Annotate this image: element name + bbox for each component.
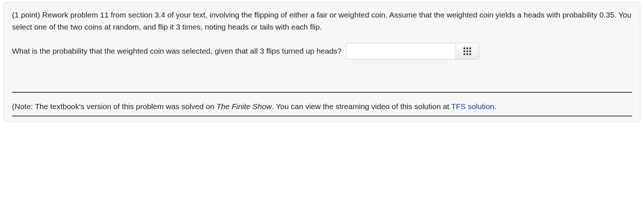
show-title: The Finite Show <box>216 102 272 111</box>
answer-group <box>346 43 479 59</box>
note-block: (Note: The textbook's version of this pr… <box>12 101 632 113</box>
keypad-button[interactable] <box>455 43 479 59</box>
note-suffix: . <box>494 102 496 111</box>
note-prefix: (Note: The textbook's version of this pr… <box>12 102 216 111</box>
tfs-solution-link[interactable]: TFS solution <box>451 102 494 111</box>
divider-bottom <box>12 116 632 116</box>
problem-intro: (1 point) Rework problem 11 from section… <box>12 9 632 33</box>
problem-panel: (1 point) Rework problem 11 from section… <box>4 2 640 122</box>
question-text: What is the probability that the weighte… <box>12 45 342 57</box>
divider-top <box>12 92 632 93</box>
question-row: What is the probability that the weighte… <box>12 43 632 59</box>
note-middle: . You can view the streaming video of th… <box>272 102 451 111</box>
answer-input[interactable] <box>346 43 455 59</box>
keypad-icon <box>463 47 471 55</box>
